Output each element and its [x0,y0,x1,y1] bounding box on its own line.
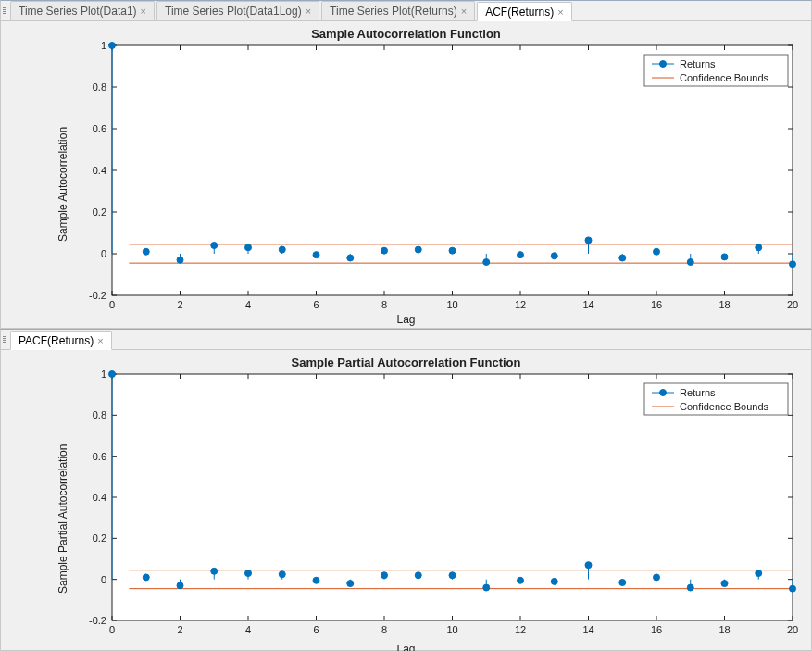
close-icon[interactable]: × [306,6,311,17]
svg-text:14: 14 [582,299,593,310]
svg-point-58 [109,43,116,49]
svg-point-185 [483,584,490,591]
tabbar-bot: PACF(Returns) × [1,330,811,350]
svg-point-195 [654,574,660,581]
tab-pacf-returns[interactable]: PACF(Returns) × [10,331,112,350]
close-icon[interactable]: × [97,335,103,346]
svg-point-167 [177,582,183,589]
svg-point-101 [660,61,667,68]
close-icon[interactable]: × [557,6,563,18]
svg-point-94 [721,254,728,260]
tab-data1[interactable]: Time Series Plot(Data1) × [10,1,155,20]
svg-text:-0.2: -0.2 [89,615,106,626]
svg-point-70 [313,252,319,258]
pacf-panel: PACF(Returns) × Sample Partial Autocorre… [0,329,812,651]
close-icon[interactable]: × [461,6,467,17]
svg-text:14: 14 [582,624,593,635]
svg-text:Returns: Returns [680,58,716,69]
tab-data1log[interactable]: Time Series Plot(Data1Log) × [156,1,319,20]
svg-point-203 [790,585,796,592]
svg-point-179 [381,572,388,579]
svg-point-80 [483,259,490,266]
tab-acf-returns[interactable]: ACF(Returns) × [477,2,571,21]
svg-text:0: 0 [109,624,115,635]
svg-point-175 [313,577,319,583]
svg-text:0.2: 0.2 [93,207,106,218]
svg-text:0.2: 0.2 [93,532,106,544]
svg-text:0.4: 0.4 [93,492,106,503]
svg-point-96 [756,244,762,251]
svg-point-98 [790,261,796,268]
svg-point-163 [109,371,116,378]
svg-text:4: 4 [245,299,251,310]
svg-text:8: 8 [381,299,387,310]
tab-returns[interactable]: Time Series Plot(Returns) × [321,1,475,20]
tabbar-top: Time Series Plot(Data1) × Time Series Pl… [1,1,811,21]
svg-text:0: 0 [109,299,115,310]
svg-point-86 [585,237,592,244]
tab-grip-icon[interactable] [3,330,8,349]
svg-text:18: 18 [718,299,730,310]
svg-point-201 [756,570,762,577]
svg-point-199 [721,581,728,587]
tab-label: Time Series Plot(Data1Log) [165,5,302,18]
svg-text:0.6: 0.6 [93,123,106,134]
svg-point-169 [211,568,218,574]
svg-text:2: 2 [177,624,182,635]
svg-point-181 [415,572,421,579]
tab-grip-icon[interactable] [3,1,8,20]
svg-text:Confidence Bounds: Confidence Bounds [680,72,769,83]
svg-point-189 [551,578,557,584]
svg-text:6: 6 [313,624,319,635]
svg-text:16: 16 [651,624,662,635]
svg-point-165 [143,574,149,581]
svg-text:12: 12 [515,299,526,310]
svg-point-183 [449,572,456,579]
svg-text:0: 0 [101,248,106,259]
svg-point-60 [143,248,149,255]
svg-text:Confidence Bounds: Confidence Bounds [680,401,769,412]
svg-text:0: 0 [101,574,106,585]
svg-point-66 [245,244,252,251]
svg-point-191 [585,562,592,569]
svg-text:0.4: 0.4 [93,165,106,176]
svg-text:10: 10 [446,624,457,635]
svg-point-177 [347,581,354,587]
tab-label: Time Series Plot(Returns) [330,5,457,18]
svg-text:10: 10 [446,299,457,310]
svg-point-62 [177,257,183,263]
tab-label: PACF(Returns) [19,334,94,347]
svg-text:6: 6 [313,299,319,310]
svg-point-206 [660,390,667,396]
svg-point-171 [245,570,252,577]
svg-text:12: 12 [515,624,526,635]
svg-point-74 [381,247,388,254]
acf-chart: -0.200.20.40.60.8102468101214161820Retur… [1,21,812,330]
svg-text:-0.2: -0.2 [89,290,106,301]
svg-text:8: 8 [381,624,387,635]
close-icon[interactable]: × [141,6,146,17]
svg-text:1: 1 [101,369,106,380]
svg-point-193 [619,579,626,585]
svg-text:Returns: Returns [680,387,716,398]
svg-point-197 [687,584,693,591]
svg-text:0.8: 0.8 [93,409,106,420]
svg-point-92 [687,259,693,266]
svg-point-64 [211,243,218,249]
tab-label: ACF(Returns) [485,6,554,19]
svg-point-187 [518,577,524,583]
svg-point-90 [654,248,660,255]
svg-point-78 [449,247,456,254]
svg-text:2: 2 [177,299,182,310]
svg-point-68 [279,246,285,253]
svg-text:16: 16 [651,299,662,310]
svg-point-72 [347,255,354,261]
svg-text:1: 1 [101,40,106,51]
svg-point-76 [415,246,421,253]
svg-text:18: 18 [718,624,730,635]
svg-point-84 [551,253,557,259]
svg-point-88 [619,255,626,261]
svg-point-173 [279,571,285,578]
svg-point-82 [518,252,524,258]
acf-panel: Time Series Plot(Data1) × Time Series Pl… [0,0,812,329]
